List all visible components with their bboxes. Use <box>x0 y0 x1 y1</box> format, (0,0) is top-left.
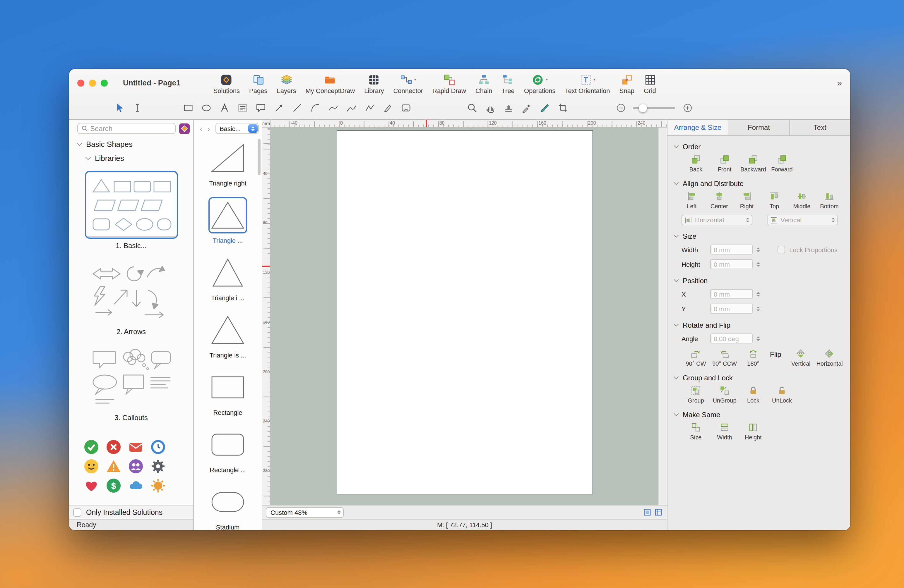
library-item-3-callouts[interactable]: 3. Callouts <box>85 344 177 422</box>
section-position-header[interactable]: Position <box>675 277 844 285</box>
minimize-button[interactable] <box>89 79 96 86</box>
fullscreen-button[interactable] <box>101 79 108 86</box>
toolbar-item-connector[interactable]: ▾Connector <box>389 72 428 94</box>
angle-stepper[interactable] <box>754 334 762 344</box>
smiley-icon[interactable] <box>84 459 99 474</box>
text-edit-tool[interactable] <box>128 100 146 116</box>
heart-icon[interactable] <box>84 478 99 493</box>
bottom-button[interactable]: Bottom <box>815 191 843 210</box>
shapes-scrollbar[interactable] <box>258 139 261 175</box>
smart-connector-tool[interactable] <box>270 100 288 116</box>
back-button[interactable]: Back <box>681 154 710 173</box>
vertical-button[interactable]: Vertical <box>787 349 815 367</box>
shape-item-triangle-right[interactable]: Triangle right <box>209 140 247 187</box>
y-stepper[interactable] <box>754 304 762 314</box>
frame-tool[interactable] <box>397 100 415 116</box>
polyline-tool[interactable] <box>361 100 379 116</box>
90-cw-button[interactable]: 90° CW <box>681 349 710 367</box>
cloud-icon[interactable] <box>128 478 144 493</box>
people-icon[interactable] <box>128 459 144 474</box>
zoom-select[interactable]: Custom 48% <box>266 507 344 517</box>
y-input[interactable]: 0 mm <box>710 304 753 314</box>
size-button[interactable]: Size <box>681 422 710 441</box>
crop-tool[interactable] <box>554 100 572 116</box>
eyedropper-tool[interactable] <box>518 100 536 116</box>
clock-icon[interactable] <box>150 440 166 455</box>
tree-item-basic-shapes[interactable]: Basic Shapes <box>69 135 193 148</box>
zoom-out-button[interactable] <box>614 101 627 114</box>
stamp-tool[interactable] <box>499 100 518 116</box>
sun-icon[interactable] <box>150 478 166 493</box>
select-tool[interactable] <box>110 100 128 116</box>
section-make-same-header[interactable]: Make Same <box>675 411 844 419</box>
lock-proportions-checkbox[interactable] <box>778 246 785 253</box>
zoom-slider[interactable] <box>633 107 675 109</box>
page-actual-icon[interactable] <box>654 508 662 516</box>
angle-input[interactable]: 0.00 deg <box>710 334 753 344</box>
library-forward-button[interactable]: › <box>205 124 213 133</box>
document-page[interactable] <box>337 131 593 494</box>
spline-tool[interactable] <box>343 100 361 116</box>
group-button[interactable]: Group <box>681 386 710 404</box>
ungroup-button[interactable]: UnGroup <box>710 386 739 404</box>
tree-item-libraries[interactable]: Libraries <box>69 148 193 162</box>
solutions-badge-icon[interactable] <box>179 123 190 134</box>
toolbar-overflow-button[interactable]: » <box>837 78 842 88</box>
toolbar-item-chain[interactable]: Chain <box>471 72 497 94</box>
text-block-tool[interactable] <box>234 100 252 116</box>
distribute-vertical-select[interactable]: Vertical <box>767 215 838 225</box>
line-tool[interactable] <box>288 100 306 116</box>
shape-item-triangle[interactable]: Triangle ... <box>209 197 247 244</box>
section-group-header[interactable]: Group and Lock <box>675 374 844 382</box>
check-icon[interactable] <box>84 440 99 455</box>
only-installed-checkbox[interactable] <box>73 508 81 516</box>
search-input[interactable]: Search <box>77 123 175 134</box>
warning-icon[interactable] <box>106 459 121 474</box>
forward-button[interactable]: Forward <box>768 154 796 173</box>
library-back-button[interactable]: ‹ <box>197 124 205 133</box>
middle-button[interactable]: Middle <box>788 191 815 210</box>
shape-item-triangle-i[interactable]: Triangle i ... <box>209 254 247 301</box>
top-button[interactable]: Top <box>760 191 788 210</box>
toolbar-item-rapid-draw[interactable]: Rapid Draw <box>428 72 471 94</box>
toolbar-item-snap[interactable]: Snap <box>615 72 639 94</box>
gear-icon[interactable] <box>150 459 166 474</box>
center-button[interactable]: Center <box>705 191 733 210</box>
unlock-button[interactable]: UnLock <box>768 386 796 404</box>
distribute-horizontal-select[interactable]: Horizontal <box>681 215 752 225</box>
toolbar-item-pages[interactable]: Pages <box>245 72 272 94</box>
library-select[interactable]: Basic... <box>215 123 259 134</box>
front-button[interactable]: Front <box>710 154 739 173</box>
tab-arrange-size[interactable]: Arrange & Size <box>667 120 729 135</box>
lock-button[interactable]: Lock <box>739 386 768 404</box>
arc-tool[interactable] <box>306 100 324 116</box>
toolbar-item-solutions[interactable]: Solutions <box>209 72 245 94</box>
width-stepper[interactable] <box>754 244 762 254</box>
shape-item-stadium[interactable]: Stadium <box>209 484 247 530</box>
shape-item-triangle-is[interactable]: Triangle is ... <box>209 312 247 359</box>
close-button[interactable] <box>77 79 84 86</box>
shape-item-rectangle[interactable]: Rectangle ... <box>209 427 247 473</box>
pan-tool[interactable] <box>481 100 499 116</box>
library-item-1-basic[interactable]: 1. Basic... <box>85 171 178 250</box>
page-fit-icon[interactable] <box>643 508 651 516</box>
knife-tool[interactable] <box>379 100 397 116</box>
toolbar-item-text-orientation[interactable]: ▾Text Orientation <box>560 72 615 94</box>
width-button[interactable]: Width <box>710 422 739 441</box>
height-input[interactable]: 0 mm <box>710 259 753 269</box>
tab-text[interactable]: Text <box>790 120 850 135</box>
mail-icon[interactable] <box>128 440 144 455</box>
vertical-scrollbar[interactable] <box>658 128 667 505</box>
toolbar-item-my-conceptdraw[interactable]: My ConceptDraw <box>301 72 360 94</box>
zoom-slider-knob[interactable] <box>639 104 647 112</box>
180-button[interactable]: 180° <box>739 349 768 367</box>
titlebar[interactable]: Untitled - Page1 SolutionsPagesLayersMy … <box>69 69 850 96</box>
zoom-tool[interactable] <box>463 100 481 116</box>
backward-button[interactable]: Backward <box>739 154 768 173</box>
toolbar-item-library[interactable]: Library <box>359 72 389 94</box>
x-stepper[interactable] <box>754 289 762 299</box>
library-item-2-arrows[interactable]: 2. Arrows <box>85 258 177 336</box>
toolbar-item-layers[interactable]: Layers <box>272 72 301 94</box>
horizontal-button[interactable]: Horizontal <box>815 349 844 367</box>
brush-tool[interactable] <box>536 100 554 116</box>
